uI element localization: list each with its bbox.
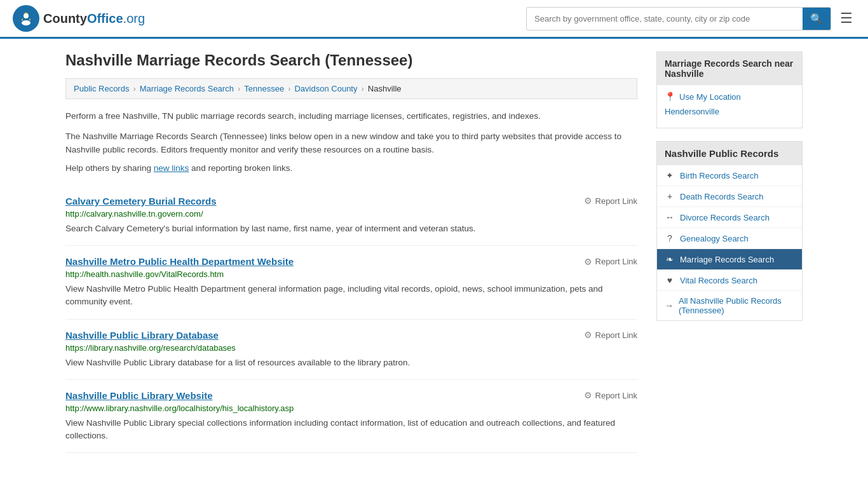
- intro-text-2: The Nashville Marriage Records Search (T…: [65, 130, 637, 157]
- sidebar-record-item-4[interactable]: ❧ Marriage Records Search: [657, 249, 802, 270]
- rec-icon-2: ↔: [665, 212, 675, 222]
- record-item-header: Nashville Metro Public Health Department…: [65, 256, 637, 267]
- page-title: Nashville Marriage Records Search (Tenne…: [65, 51, 637, 69]
- record-title-3[interactable]: Nashville Public Library Website: [65, 390, 212, 401]
- help-text: Help others by sharing new links and rep…: [65, 163, 637, 173]
- report-icon-1: ⚙: [584, 257, 592, 267]
- logo-text: CountyOffice.org: [43, 11, 145, 26]
- breadcrumb-public-records[interactable]: Public Records: [74, 84, 129, 93]
- rec-icon-1: +: [665, 191, 675, 201]
- record-item: Nashville Public Library Database ⚙ Repo…: [65, 320, 637, 380]
- record-desc-1: View Nashville Metro Public Health Depar…: [65, 283, 637, 309]
- record-desc-3: View Nashville Public Library special co…: [65, 417, 637, 443]
- use-location-link[interactable]: Use My Location: [679, 92, 741, 102]
- main-content: Nashville Marriage Records Search (Tenne…: [65, 51, 637, 453]
- sidebar-record-link-6[interactable]: All Nashville Public Records (Tennessee): [679, 296, 794, 315]
- sidebar-record-item-5[interactable]: ♥ Vital Records Search: [657, 270, 802, 291]
- record-url-0: http://calvary.nashville.tn.govern.com/: [65, 209, 637, 219]
- rec-icon-0: ✦: [665, 170, 675, 180]
- report-link-1[interactable]: ⚙ Report Link: [584, 257, 637, 267]
- menu-button[interactable]: ☰: [837, 8, 855, 29]
- search-input[interactable]: [527, 9, 803, 29]
- search-bar: 🔍: [526, 7, 831, 30]
- report-icon-3: ⚙: [584, 390, 592, 400]
- logo-icon: [13, 5, 39, 32]
- use-location-item: 📍 Use My Location: [665, 92, 794, 102]
- record-item-header: Nashville Public Library Database ⚙ Repo…: [65, 330, 637, 341]
- report-icon-0: ⚙: [584, 196, 592, 206]
- record-url-3: http://www.library.nashville.org/localhi…: [65, 403, 637, 413]
- sidebar-record-item-1[interactable]: + Death Records Search: [657, 186, 802, 207]
- record-item: Nashville Public Library Website ⚙ Repor…: [65, 380, 637, 454]
- breadcrumb-marriage-records-search[interactable]: Marriage Records Search: [140, 84, 234, 93]
- report-link-2[interactable]: ⚙ Report Link: [584, 330, 637, 340]
- rec-icon-5: ♥: [665, 275, 675, 285]
- sidebar-record-link-2[interactable]: Divorce Records Search: [680, 213, 770, 222]
- record-url-1: http://health.nashville.gov/VitalRecords…: [65, 269, 637, 279]
- nearby-link-0[interactable]: Hendersonville: [665, 107, 719, 116]
- report-link-3[interactable]: ⚙ Report Link: [584, 390, 637, 400]
- nearby-title: Marriage Records Search near Nashville: [657, 52, 802, 85]
- sidebar-record-link-5[interactable]: Vital Records Search: [680, 276, 757, 285]
- rec-icon-3: ?: [665, 233, 675, 243]
- logo-area: CountyOffice.org: [13, 5, 145, 32]
- sidebar-record-item-2[interactable]: ↔ Divorce Records Search: [657, 207, 802, 228]
- record-title-2[interactable]: Nashville Public Library Database: [65, 330, 219, 341]
- page-wrapper: Nashville Marriage Records Search (Tenne…: [53, 39, 815, 466]
- search-button[interactable]: 🔍: [803, 8, 831, 30]
- breadcrumb-tennessee[interactable]: Tennessee: [244, 84, 284, 93]
- record-item-header: Calvary Cemetery Burial Records ⚙ Report…: [65, 196, 637, 207]
- sidebar-record-item-6[interactable]: → All Nashville Public Records (Tennesse…: [657, 291, 802, 320]
- new-links-link[interactable]: new links: [154, 163, 189, 173]
- record-title-0[interactable]: Calvary Cemetery Burial Records: [65, 196, 217, 207]
- sidebar: Marriage Records Search near Nashville 📍…: [656, 51, 803, 453]
- sidebar-record-link-4[interactable]: Marriage Records Search: [680, 255, 774, 264]
- sidebar-record-link-1[interactable]: Death Records Search: [680, 192, 764, 201]
- nearby-link-item: Hendersonville: [665, 107, 794, 116]
- site-header: CountyOffice.org 🔍 ☰: [0, 0, 868, 39]
- breadcrumb: Public Records › Marriage Records Search…: [65, 78, 637, 99]
- record-item-header: Nashville Public Library Website ⚙ Repor…: [65, 390, 637, 401]
- record-item: Calvary Cemetery Burial Records ⚙ Report…: [65, 186, 637, 246]
- rec-icon-6: →: [665, 301, 674, 311]
- breadcrumb-davidson-county[interactable]: Davidson County: [294, 84, 357, 93]
- record-item: Nashville Metro Public Health Department…: [65, 246, 637, 320]
- nearby-links: Hendersonville: [665, 107, 794, 116]
- record-desc-2: View Nashville Public Library database f…: [65, 356, 637, 369]
- svg-point-2: [22, 20, 31, 25]
- record-url-2: https://library.nashville.org/research/d…: [65, 343, 637, 353]
- public-records-box: Nashville Public Records ✦ Birth Records…: [656, 141, 803, 321]
- records-list: Calvary Cemetery Burial Records ⚙ Report…: [65, 186, 637, 454]
- public-records-title: Nashville Public Records: [657, 142, 802, 165]
- intro-text-1: Perform a free Nashville, TN public marr…: [65, 109, 637, 123]
- header-right: 🔍 ☰: [526, 7, 855, 30]
- report-icon-2: ⚙: [584, 330, 592, 340]
- breadcrumb-nashville: Nashville: [368, 84, 402, 93]
- report-link-0[interactable]: ⚙ Report Link: [584, 196, 637, 206]
- record-title-1[interactable]: Nashville Metro Public Health Department…: [65, 256, 294, 267]
- sidebar-record-link-0[interactable]: Birth Records Search: [680, 171, 759, 180]
- sidebar-record-link-3[interactable]: Genealogy Search: [680, 234, 749, 243]
- public-records-list: ✦ Birth Records Search + Death Records S…: [657, 165, 802, 320]
- location-pin-icon: 📍: [665, 92, 675, 102]
- sidebar-record-item-3[interactable]: ? Genealogy Search: [657, 228, 802, 249]
- rec-icon-4: ❧: [665, 254, 675, 264]
- nearby-box: Marriage Records Search near Nashville 📍…: [656, 51, 803, 128]
- record-desc-0: Search Calvary Cemetery's burial informa…: [65, 222, 637, 235]
- nearby-content: 📍 Use My Location Hendersonville: [657, 85, 802, 128]
- sidebar-record-item-0[interactable]: ✦ Birth Records Search: [657, 165, 802, 186]
